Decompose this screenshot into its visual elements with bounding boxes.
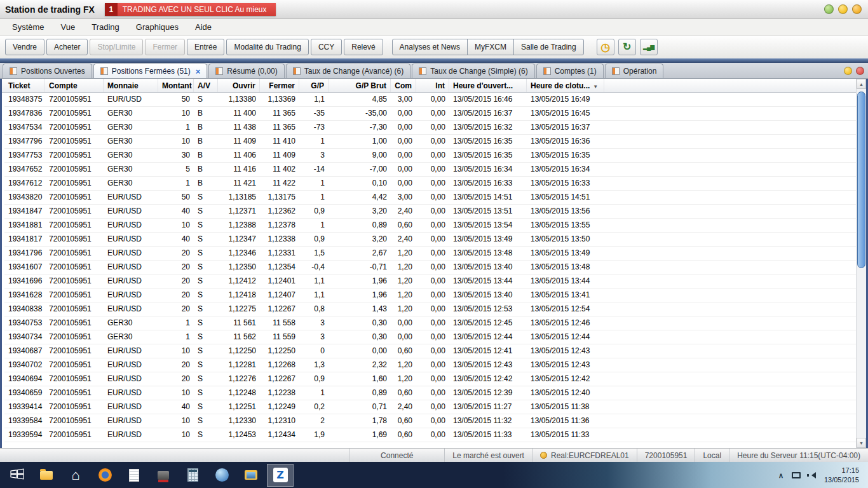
window-button-close[interactable] (852, 4, 862, 14)
ccy-button[interactable]: CCY (311, 39, 342, 55)
acheter-button[interactable]: Acheter (46, 39, 88, 55)
menu-item-vue[interactable]: Vue (53, 20, 84, 34)
alert-badge: 1 (105, 3, 118, 16)
one-click-trading-banner[interactable]: 1 TRADING AVEC UN SEUL CLIC Au mieux (105, 3, 276, 16)
menu-item-graphiques[interactable]: Graphiques (128, 20, 187, 34)
taskbar-clock[interactable]: 17:15 13/05/2015 (824, 466, 859, 485)
column-header-ouvrir[interactable]: Ouvrir (218, 79, 260, 92)
table-row[interactable]: 193418177200105951EUR/USD40S1,123471,123… (4, 233, 856, 247)
column-header-g-p[interactable]: G/P (299, 79, 329, 92)
salle-de-trading-button[interactable]: Salle de Trading (513, 39, 584, 55)
cell-a-v: S (194, 288, 218, 302)
chart-button[interactable] (640, 39, 658, 55)
trading-station-taskbar-button[interactable] (267, 464, 294, 487)
table-row[interactable]: 193406947200105951EUR/USD20S1,122761,122… (4, 372, 856, 386)
monitor-icon-button[interactable] (790, 468, 803, 483)
explorer-taskbar-button[interactable] (33, 464, 60, 487)
stamp-taskbar-button[interactable] (150, 464, 177, 487)
cell-compte: 7200105951 (45, 358, 104, 372)
browser-taskbar-button[interactable] (208, 464, 235, 487)
column-header-heure-d-ouvert[interactable]: Heure d'ouvert... (449, 79, 527, 92)
column-header-heure-de-clotu[interactable]: Heure de clotu... (527, 79, 604, 92)
table-row[interactable]: 193395947200105951EUR/USD10S1,124531,124… (4, 428, 856, 442)
tab-positions-ferm-es-51[interactable]: Positions Fermées (51)× (93, 64, 208, 78)
cell-g-p: 1,1 (299, 93, 329, 106)
table-row[interactable]: 193483757200105951EUR/USD50S1,133801,133… (4, 93, 856, 107)
scrollbar-thumb[interactable] (857, 92, 865, 268)
tab-r-sum-0-00[interactable]: Résumé (0,00) (208, 64, 284, 78)
myfxcm-button[interactable]: MyFXCM (467, 39, 514, 55)
column-header-int[interactable]: Int (416, 79, 449, 92)
column-header-com[interactable]: Com (391, 79, 416, 92)
column-header-fermer[interactable]: Fermer (260, 79, 299, 92)
cell-heure-d-ouvert: 13/05/2015 16:32 (449, 121, 527, 134)
table-row[interactable]: 193408387200105951EUR/USD20S1,122751,122… (4, 302, 856, 316)
table-row[interactable]: 193478367200105951GER3010B11 40011 365-3… (4, 107, 856, 121)
table-row[interactable]: 193416077200105951EUR/USD20S1,123501,123… (4, 261, 856, 274)
table-row[interactable]: 193407347200105951GER301S11 56211 55930,… (4, 330, 856, 344)
sync-button[interactable] (618, 39, 636, 55)
tab-close-icon[interactable]: × (196, 67, 201, 76)
account-segment[interactable]: Real:EURCFDREAL01 (532, 449, 637, 462)
cell-compte: 7200105951 (45, 274, 104, 288)
photos-taskbar-button[interactable] (238, 464, 264, 487)
tab-comptes-1[interactable]: Comptes (1) (536, 64, 604, 78)
column-header-g-p-brut[interactable]: G/P Brut (329, 79, 391, 92)
cell-int: 0,00 (416, 414, 449, 428)
cell-int: 0,00 (416, 219, 449, 232)
table-row[interactable]: 193438207200105951EUR/USD50S1,131851,131… (4, 191, 856, 205)
table-row[interactable]: 193395847200105951EUR/USD10S1,123301,123… (4, 414, 856, 428)
vertical-scrollbar[interactable] (856, 79, 866, 448)
tab-positions-ouvertes[interactable]: Positions Ouvertes (3, 64, 92, 78)
table-row[interactable]: 193407537200105951GER301S11 56111 55830,… (4, 316, 856, 330)
notepad-icon (129, 469, 139, 482)
table-row[interactable]: 193418817200105951EUR/USD10S1,123881,123… (4, 219, 856, 233)
table-row[interactable]: 193406597200105951EUR/USD10S1,122481,122… (4, 386, 856, 400)
time-mode[interactable]: Local (695, 449, 729, 462)
column-header-compte[interactable]: Compte (45, 79, 104, 92)
scroll-down-button[interactable] (857, 438, 866, 448)
start-button[interactable] (3, 462, 32, 488)
modalit-du-trading-button[interactable]: Modalité du Trading (226, 39, 308, 55)
menu-item-syst-me[interactable]: Système (4, 20, 53, 34)
table-row[interactable]: 193394147200105951EUR/USD40S1,122511,122… (4, 400, 856, 414)
scroll-up-button[interactable] (857, 79, 866, 89)
calculator-taskbar-button[interactable] (179, 464, 206, 487)
column-header-a-v[interactable]: A/V (194, 79, 218, 92)
menu-item-aide[interactable]: Aide (187, 20, 220, 34)
home-taskbar-button[interactable] (62, 464, 89, 487)
column-header-monnaie[interactable]: Monnaie (104, 79, 158, 92)
cell-a-v: S (194, 261, 218, 274)
table-row[interactable]: 193477967200105951GER3010B11 40911 41011… (4, 135, 856, 149)
column-header-ticket[interactable]: Ticket (4, 79, 45, 92)
table-row[interactable]: 193418477200105951EUR/USD40S1,123711,123… (4, 205, 856, 219)
clock-button[interactable] (597, 39, 614, 55)
volume-icon-button[interactable] (805, 468, 818, 483)
table-row[interactable]: 193416967200105951EUR/USD20S1,124121,124… (4, 274, 856, 288)
tab-op-ration[interactable]: Opération (605, 64, 664, 78)
chevron-up-icon-button[interactable] (775, 468, 787, 483)
entr-e-button[interactable]: Entrée (187, 39, 224, 55)
column-header-montant[interactable]: Montant (158, 79, 194, 92)
tab-taux-de-change-avanc-6[interactable]: Taux de Change (Avancé) (6) (286, 64, 411, 78)
analyses-et-news-button[interactable]: Analyses et News (392, 39, 468, 55)
table-row[interactable]: 193416287200105951EUR/USD20S1,124181,124… (4, 288, 856, 302)
table-row[interactable]: 193406877200105951EUR/USD10S1,122501,122… (4, 344, 856, 358)
vendre-button[interactable]: Vendre (5, 39, 44, 55)
relev-button[interactable]: Relevé (344, 39, 383, 55)
table-row[interactable]: 193407027200105951EUR/USD20S1,122811,122… (4, 358, 856, 372)
panel-minimize-button[interactable] (844, 67, 852, 75)
table-row[interactable]: 193417967200105951EUR/USD20S1,123461,123… (4, 247, 856, 261)
firefox-taskbar-button[interactable] (92, 464, 118, 487)
table-row[interactable]: 193476127200105951GER301B11 42111 42210,… (4, 177, 856, 191)
table-row[interactable]: 193476527200105951GER305B11 41611 402-14… (4, 163, 856, 177)
table-row[interactable]: 193475347200105951GER301B11 43811 365-73… (4, 121, 856, 135)
menu-item-trading[interactable]: Trading (83, 20, 128, 34)
cell-heure-de-clotu: 13/05/2015 11:33 (527, 428, 604, 442)
window-button-green[interactable] (824, 4, 834, 14)
panel-close-button[interactable] (856, 67, 864, 75)
tab-taux-de-change-simple-6[interactable]: Taux de Change (Simple) (6) (412, 64, 534, 78)
table-row[interactable]: 193477537200105951GER3030B11 40611 40939… (4, 149, 856, 163)
window-button-minimize[interactable] (838, 4, 848, 14)
notepad-taskbar-button[interactable] (121, 464, 147, 487)
